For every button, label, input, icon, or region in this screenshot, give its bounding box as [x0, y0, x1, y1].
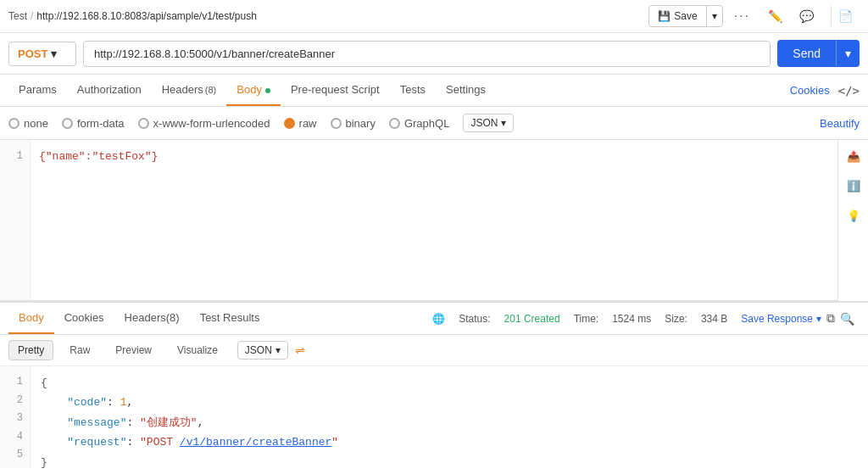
- save-button[interactable]: 💾 Save ▾: [648, 5, 722, 27]
- json-format-select[interactable]: JSON ▾: [463, 114, 514, 132]
- save-text: Save: [674, 10, 697, 22]
- option-urlencoded[interactable]: x-www-form-urlencoded: [138, 117, 270, 130]
- more-options-button[interactable]: ···: [728, 5, 756, 27]
- breadcrumb-test: Test: [8, 10, 27, 22]
- resp-line-code: "code": 1,: [41, 393, 858, 412]
- radio-form-data[interactable]: [62, 118, 73, 129]
- send-dropdown-arrow[interactable]: ▾: [836, 40, 860, 67]
- response-tab-body[interactable]: Body: [8, 303, 54, 334]
- cookies-link[interactable]: Cookies: [790, 84, 830, 97]
- resp-line-5: 5: [7, 446, 23, 465]
- response-view-bar: Pretty Raw Preview Visualize JSON ▾ ⇌: [0, 335, 868, 366]
- line-num-1: 1: [7, 148, 23, 165]
- code-editor[interactable]: 1 {"name":"testFox"}: [0, 140, 837, 301]
- beautify-link[interactable]: Beautify: [820, 117, 860, 130]
- save-disk-icon: 💾: [658, 10, 670, 22]
- tab-settings[interactable]: Settings: [436, 75, 496, 106]
- response-tabs-bar: Body Cookies Headers(8) Test Results 🌐 S…: [0, 303, 868, 335]
- body-label: Body: [236, 83, 262, 96]
- tab-headers[interactable]: Headers(8): [152, 75, 227, 106]
- json-format-text: JSON: [470, 117, 498, 129]
- option-binary[interactable]: binary: [331, 117, 376, 130]
- method-dropdown-arrow: ▾: [51, 47, 57, 60]
- response-tab-headers[interactable]: Headers(8): [114, 303, 190, 334]
- breadcrumb-url: http://192.168.8.10:8083/api/sample/v1/t…: [36, 10, 257, 22]
- option-none[interactable]: none: [8, 117, 48, 130]
- raw-label: raw: [299, 117, 317, 130]
- edit-icon-button[interactable]: ✏️: [761, 6, 789, 26]
- copy-response-button[interactable]: ⧉: [826, 311, 835, 326]
- filter-icon[interactable]: ⇌: [295, 343, 305, 357]
- resp-json-label: JSON: [245, 344, 272, 356]
- save-label[interactable]: 💾 Save: [649, 6, 705, 26]
- option-form-data[interactable]: form-data: [62, 117, 125, 130]
- view-preview-button[interactable]: Preview: [106, 340, 161, 360]
- response-line-numbers: 1 2 3 4 5: [0, 366, 31, 468]
- save-dropdown-arrow[interactable]: ▾: [706, 6, 722, 26]
- resp-line-3: 3: [7, 410, 23, 428]
- response-json-select[interactable]: JSON ▾: [237, 341, 288, 360]
- tab-params[interactable]: Params: [8, 75, 67, 106]
- comment-icon-button[interactable]: 💬: [793, 6, 821, 26]
- option-raw[interactable]: raw: [284, 117, 317, 130]
- tab-body[interactable]: Body: [226, 75, 281, 106]
- tab-tests[interactable]: Tests: [390, 75, 436, 106]
- editor-container: 1 {"name":"testFox"}: [0, 140, 837, 301]
- send-label[interactable]: Send: [777, 40, 836, 67]
- send-sidebar-icon[interactable]: 📤: [840, 147, 867, 166]
- response-section: Body Cookies Headers(8) Test Results 🌐 S…: [0, 301, 868, 468]
- top-right-icons: ✏️ 💬: [761, 6, 821, 26]
- none-label: none: [24, 117, 48, 130]
- save-response-button[interactable]: Save Response ▾: [741, 313, 821, 325]
- code-content[interactable]: {"name":"testFox"}: [31, 140, 837, 300]
- view-visualize-button[interactable]: Visualize: [168, 340, 227, 360]
- radio-urlencoded[interactable]: [138, 118, 149, 129]
- resp-line-request: "request": "POST /v1/banner/createBanner…: [41, 432, 858, 452]
- response-code-content: { "code": 1, "message": "创建成功", "request…: [31, 366, 868, 468]
- tab-prerequest[interactable]: Pre-request Script: [281, 75, 390, 106]
- status-code: 201 Created: [504, 313, 560, 325]
- view-raw-button[interactable]: Raw: [60, 340, 99, 360]
- options-right: Beautify: [820, 117, 860, 130]
- document-icon-button[interactable]: 📄: [831, 6, 860, 26]
- radio-none[interactable]: [8, 118, 19, 129]
- response-tab-test-results[interactable]: Test Results: [190, 303, 270, 334]
- method-text: POST: [18, 47, 47, 60]
- top-bar-actions: 💾 Save ▾ ··· ✏️ 💬: [648, 5, 821, 27]
- code-icon[interactable]: </>: [838, 84, 860, 98]
- body-active-dot: [265, 88, 270, 93]
- status-globe-icon: 🌐: [432, 313, 445, 325]
- binary-label: binary: [346, 117, 376, 130]
- send-button[interactable]: Send ▾: [777, 40, 860, 67]
- response-time: 1524 ms: [612, 313, 651, 325]
- radio-binary[interactable]: [331, 118, 342, 129]
- tab-authorization[interactable]: Authorization: [67, 75, 152, 106]
- view-pretty-button[interactable]: Pretty: [8, 340, 53, 360]
- radio-raw[interactable]: [284, 118, 295, 129]
- top-bar: Test / http://192.168.8.10:8083/api/samp…: [0, 0, 868, 33]
- main-content: 1 {"name":"testFox"} 📤 ℹ️ 💡: [0, 140, 868, 301]
- url-input[interactable]: [83, 41, 771, 67]
- option-graphql[interactable]: GraphQL: [389, 117, 449, 130]
- light-sidebar-icon[interactable]: 💡: [840, 206, 867, 226]
- history-sidebar-icon[interactable]: ℹ️: [840, 176, 867, 196]
- response-tab-cookies[interactable]: Cookies: [54, 303, 114, 334]
- breadcrumb-separator: /: [31, 10, 33, 22]
- url-bar: POST ▾ Send ▾: [0, 33, 868, 75]
- size-label: Size:: [665, 313, 687, 325]
- resp-line-2: 2: [7, 392, 23, 410]
- resp-line-1: 1: [7, 373, 23, 392]
- response-icons: ⧉ 🔍: [821, 311, 860, 326]
- time-label: Time:: [574, 313, 599, 325]
- line-numbers: 1: [0, 140, 31, 300]
- headers-badge: (8): [205, 85, 216, 95]
- resp-json-arrow: ▾: [275, 344, 281, 356]
- response-code-area[interactable]: 1 2 3 4 5 { "code": 1, "message": "创建成功"…: [0, 366, 868, 468]
- form-data-label: form-data: [77, 117, 125, 130]
- json-dropdown-arrow: ▾: [501, 117, 506, 129]
- radio-graphql[interactable]: [389, 118, 400, 129]
- response-size: 334 B: [701, 313, 727, 325]
- search-response-button[interactable]: 🔍: [840, 311, 854, 326]
- method-select[interactable]: POST ▾: [8, 42, 76, 66]
- status-label: Status:: [459, 313, 490, 325]
